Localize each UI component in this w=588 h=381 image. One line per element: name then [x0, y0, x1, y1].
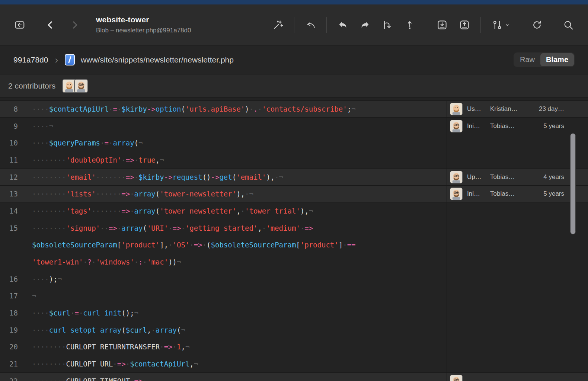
breadcrumb-bar: 991a78d0 › www/site/snippets/newsletter/…: [0, 45, 588, 74]
code-line: ········'doubleOptIn'·=>·true,¬: [23, 156, 447, 164]
back-icon: [45, 19, 56, 31]
blame-cell: [447, 134, 588, 151]
refresh-button[interactable]: [528, 16, 546, 33]
jump-left-button[interactable]: [302, 16, 319, 33]
commit-hash[interactable]: 991a78d0: [13, 55, 48, 64]
tray-down-button[interactable]: [434, 16, 451, 33]
commit-up-button[interactable]: [401, 16, 418, 33]
code-row: 20········CURLOPT_RETURNTRANSFER·=>·1,¬: [0, 339, 588, 356]
code-line: ········'email'·······=>·$kirby->request…: [23, 173, 447, 181]
blame-cell: [447, 220, 588, 237]
code-line: ········CURLOPT_URL·=>·$contactApiUrl,¬: [23, 360, 447, 368]
push-button[interactable]: [357, 16, 374, 33]
chevron-right-icon: ›: [55, 55, 58, 65]
avatar-tobias[interactable]: [450, 188, 463, 200]
code-line: ¬: [23, 292, 447, 300]
blame-date: 23 day…: [539, 105, 564, 113]
code-line: ········CURLOPT_TIMEOUT·=>·: [23, 377, 447, 381]
code-line: ····$contactApiUrl·=·$kirby->option('url…: [23, 105, 447, 113]
code-row: $obsoleteSourceParam['product'],·'OS'·=>…: [0, 237, 588, 254]
toolbar-divider: [294, 17, 294, 33]
line-number: 19: [0, 326, 23, 334]
blame-cell: [447, 304, 588, 321]
code-line: $obsoleteSourceParam['product'],·'OS'·=>…: [23, 241, 447, 249]
window-title-block: website-tower Blob – newsletter.php@991a…: [96, 15, 191, 34]
window-title: website-tower: [96, 15, 191, 24]
avatar-tobias[interactable]: [450, 120, 463, 132]
blame-date: 5 years: [543, 190, 564, 198]
blame-cell[interactable]: Ini…Tobias…5 years: [447, 118, 588, 135]
branch-down-button[interactable]: [379, 16, 396, 33]
code-row: 19····curl_setopt_array($curl,·array(¬: [0, 321, 588, 339]
line-number: 18: [0, 309, 23, 317]
forward-icon: [69, 19, 80, 31]
vertical-scrollbar[interactable]: [570, 133, 576, 234]
back-button[interactable]: [42, 16, 59, 33]
window-subtitle: Blob – newsletter.php@991a78d0: [96, 27, 191, 34]
code-row: 15········'signup'··=>·array('URI'·=>·'g…: [0, 220, 588, 237]
wand-button[interactable]: [269, 16, 287, 33]
wand-icon: [272, 19, 284, 31]
jump-left-icon: [305, 19, 316, 31]
blame-cell: [447, 270, 588, 288]
code-line: ········'signup'··=>·array('URI'·=>·'get…: [23, 224, 447, 232]
pull-button[interactable]: [334, 16, 351, 33]
blame-cell[interactable]: Up…Tobias…4 years: [447, 169, 588, 185]
blame-author: Tobias…: [490, 173, 526, 181]
refresh-icon: [531, 19, 543, 31]
code-row: 21········CURLOPT_URL·=>·$contactApiUrl,…: [0, 355, 588, 372]
blame-cell: [447, 321, 588, 339]
tray-up-button[interactable]: [456, 16, 473, 33]
forward-button[interactable]: [66, 16, 83, 33]
code-row: 14········'tags'·······=>·array('tower_n…: [0, 202, 588, 220]
code-view: 8····$contactApiUrl·=·$kirby->option('ur…: [0, 97, 588, 381]
blame-cell: [447, 202, 588, 220]
blame-author: Tobias…: [490, 122, 526, 130]
blame-cell: [447, 339, 588, 356]
line-number: 17: [0, 292, 23, 300]
search-button[interactable]: [560, 16, 577, 33]
tray-up-icon: [459, 19, 470, 31]
file-path: www/site/snippets/newsletter/newsletter.…: [81, 55, 234, 64]
pull-icon: [337, 19, 348, 31]
code-row: 18····$curl·=·curl_init();¬: [0, 304, 588, 321]
line-number: 9: [0, 122, 23, 130]
blame-author: Tobias…: [490, 190, 526, 198]
code-line: ········'tags'·······=>·array('tower_new…: [23, 207, 447, 215]
code-row: 9····¬Ini…Tobias…5 years: [0, 118, 588, 135]
blame-author: Kristian…: [490, 105, 526, 113]
flow-button[interactable]: [488, 16, 514, 33]
blame-date: 4 years: [543, 173, 564, 181]
blame-message: Up…: [467, 173, 486, 181]
tray-down-icon: [437, 19, 448, 31]
avatar-tobias[interactable]: [74, 79, 88, 93]
line-number: 10: [0, 139, 23, 147]
avatar-tobias[interactable]: [450, 375, 463, 381]
blame-cell: [447, 355, 588, 372]
contributors-bar: 2 contributors: [0, 74, 588, 97]
avatar-tobias[interactable]: [450, 171, 463, 183]
blame-cell[interactable]: Ini…Tobias…5 years: [447, 186, 588, 202]
avatar-kristian[interactable]: [450, 103, 463, 115]
line-number: 8: [0, 105, 23, 113]
sidebar-return-button[interactable]: [11, 16, 28, 33]
code-line: ····¬: [23, 122, 447, 130]
blame-cell: [447, 151, 588, 169]
blame-cell[interactable]: Us…Kristian…23 day…: [447, 101, 588, 117]
line-number: 15: [0, 224, 23, 232]
code-row: 22········CURLOPT_TIMEOUT·=>·: [0, 372, 588, 381]
blame-tab[interactable]: Blame: [540, 53, 574, 66]
line-number: 16: [0, 275, 23, 283]
blame-cell[interactable]: [447, 373, 588, 381]
toolbar-divider: [480, 17, 481, 33]
code-row: 12········'email'·······=>·$kirby->reque…: [0, 169, 588, 186]
raw-tab[interactable]: Raw: [514, 53, 540, 66]
contributor-avatars: [62, 79, 88, 93]
search-icon: [563, 19, 574, 31]
code-row: 8····$contactApiUrl·=·$kirby->option('ur…: [0, 100, 588, 118]
blame-message: Us…: [467, 105, 486, 113]
branch-down-icon: [382, 19, 393, 31]
blame-message: Ini…: [467, 190, 486, 198]
view-mode-toggle: Raw Blame: [514, 52, 575, 67]
line-number: 22: [0, 377, 23, 381]
